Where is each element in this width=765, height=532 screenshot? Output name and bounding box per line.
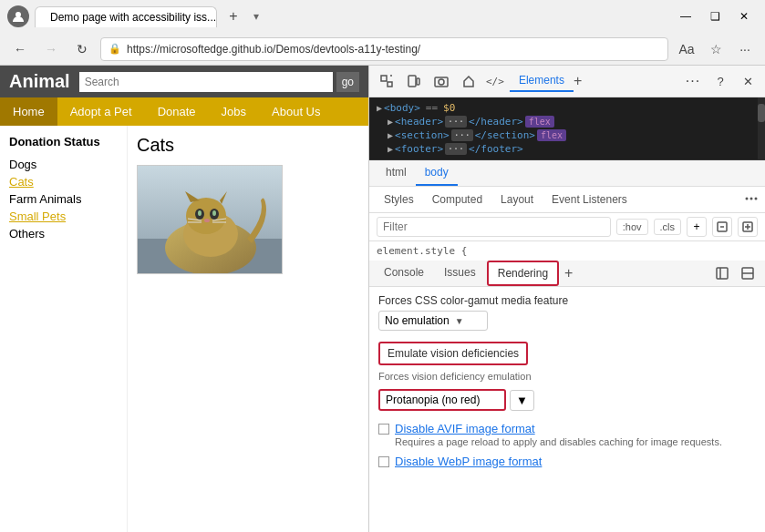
avif-checkbox[interactable] xyxy=(378,424,389,435)
title-bar: Demo page with accessibility iss... ✕ + … xyxy=(0,0,765,33)
dom-header-line: ▶ <header> ··· </header> flex xyxy=(377,115,758,128)
devtools-header: </> Elements + ··· ? ✕ xyxy=(369,66,765,97)
vision-sub-label: Forces vision deficiency emulation xyxy=(378,371,756,382)
back-btn[interactable]: ← xyxy=(7,36,33,62)
devtools-top-tabs: </> Elements + xyxy=(457,69,677,93)
more-tools-btn[interactable]: ··· xyxy=(732,36,758,62)
toggle-style-btn[interactable] xyxy=(712,217,732,237)
svg-rect-17 xyxy=(381,76,387,81)
home-btn[interactable] xyxy=(457,69,481,93)
sidebar-others: Others xyxy=(9,225,118,242)
dom-tree: ▶ <body> == $0 ▶ <header> ··· </header> … xyxy=(369,97,765,160)
dom-expand-footer[interactable]: ▶ xyxy=(388,144,393,154)
tab-html[interactable]: html xyxy=(377,160,416,186)
svg-rect-18 xyxy=(388,82,392,87)
website-panel: Animal go Home Adopt a Pet Donate Jobs A… xyxy=(0,66,369,532)
maximize-btn[interactable]: ❑ xyxy=(701,5,729,27)
subtab-more[interactable] xyxy=(745,192,758,208)
cls-btn[interactable]: .cls xyxy=(654,219,682,235)
vision-label: Emulate vision deficiencies xyxy=(378,342,528,365)
sidebar-farm: Farm Animals xyxy=(9,190,118,208)
minimize-btn[interactable]: — xyxy=(672,5,699,27)
screenshot-btn[interactable] xyxy=(429,69,453,93)
tab-console[interactable]: Console xyxy=(375,261,433,285)
favorites-btn[interactable]: ☆ xyxy=(703,36,729,62)
nav-home[interactable]: Home xyxy=(0,97,57,126)
site-header: Animal go xyxy=(0,66,368,97)
split-btn[interactable] xyxy=(736,261,760,285)
new-tab-btn[interactable]: + xyxy=(221,4,246,29)
dom-expand-header[interactable]: ▶ xyxy=(388,117,393,127)
nav-jobs[interactable]: Jobs xyxy=(209,97,259,126)
color-gamut-row: No emulation ▼ xyxy=(378,311,756,331)
subtab-layout[interactable]: Layout xyxy=(493,190,541,209)
site-main: Cats xyxy=(128,126,368,532)
svg-point-24 xyxy=(746,197,749,200)
url-text: https://microsoftedge.github.io/Demos/de… xyxy=(127,43,660,56)
dom-expand-section[interactable]: ▶ xyxy=(388,130,393,140)
add-style-btn[interactable]: + xyxy=(687,217,707,237)
nav-icons: Aa ☆ ··· xyxy=(674,36,758,62)
vision-dropdown[interactable]: Protanopia (no red) xyxy=(378,389,506,411)
device-btn[interactable] xyxy=(402,69,426,93)
bottom-icons xyxy=(710,261,760,285)
site-nav: Home Adopt a Pet Donate Jobs About Us xyxy=(0,97,368,126)
webp-row: Disable WebP image format xyxy=(378,455,756,468)
color-gamut-value: No emulation xyxy=(385,314,450,327)
refresh-btn[interactable]: ↻ xyxy=(69,36,95,62)
svg-rect-32 xyxy=(717,268,728,279)
dom-expand-body[interactable]: ▶ xyxy=(377,103,382,113)
more-options-btn[interactable]: ··· xyxy=(681,69,705,93)
panel-tabs: html body xyxy=(369,160,765,187)
avif-label[interactable]: Disable AVIF image format xyxy=(395,422,722,435)
lock-icon: 🔒 xyxy=(109,43,121,55)
element-style-line: element.style { xyxy=(369,241,765,261)
new-style-btn[interactable] xyxy=(738,217,758,237)
color-gamut-dropdown[interactable]: No emulation ▼ xyxy=(378,311,488,331)
vision-dropdown-arrow-btn[interactable]: ▼ xyxy=(510,390,534,411)
svg-point-26 xyxy=(755,197,758,200)
filter-input[interactable] xyxy=(377,217,611,237)
add-panel-btn[interactable]: + xyxy=(574,73,582,89)
search-input[interactable] xyxy=(79,72,333,92)
svg-rect-20 xyxy=(408,76,416,87)
nav-donate[interactable]: Donate xyxy=(145,97,209,126)
devtools-close-btn[interactable]: ✕ xyxy=(736,69,760,93)
svg-point-12 xyxy=(204,219,210,222)
close-btn[interactable]: ✕ xyxy=(730,5,758,27)
nav-about[interactable]: About Us xyxy=(259,97,333,126)
help-btn[interactable]: ? xyxy=(708,69,732,93)
color-gamut-label: Forces CSS color-gamut media feature xyxy=(378,294,756,307)
subtab-event-listeners[interactable]: Event Listeners xyxy=(544,190,635,209)
active-tab[interactable]: Demo page with accessibility iss... ✕ xyxy=(35,6,217,27)
avif-label-block: Disable AVIF image format Requires a pag… xyxy=(395,422,722,447)
forward-btn[interactable]: → xyxy=(38,36,64,62)
inspect-btn[interactable] xyxy=(375,69,398,93)
dom-scrollbar-thumb[interactable] xyxy=(758,104,765,122)
tab-dropdown-btn[interactable]: ▾ xyxy=(250,6,263,26)
subtab-styles[interactable]: Styles xyxy=(377,190,421,209)
site-search: go xyxy=(79,72,359,92)
dom-scrollbar-track xyxy=(758,97,765,159)
nav-adopt[interactable]: Adopt a Pet xyxy=(57,97,145,126)
address-bar[interactable]: 🔒 https://microsoftedge.github.io/Demos/… xyxy=(100,37,668,61)
profile-icon[interactable] xyxy=(7,5,29,27)
subtab-computed[interactable]: Computed xyxy=(425,190,490,209)
tab-issues[interactable]: Issues xyxy=(435,261,485,285)
tab-body[interactable]: body xyxy=(416,160,458,186)
sidebar-small-pets[interactable]: Small Pets xyxy=(9,208,118,225)
dom-footer-line: ▶ <footer> ··· </footer> xyxy=(377,142,758,156)
hov-btn[interactable]: :hov xyxy=(616,219,648,235)
cats-title: Cats xyxy=(137,135,359,156)
tab-rendering[interactable]: Rendering xyxy=(487,261,559,286)
sidebar-cats[interactable]: Cats xyxy=(9,173,118,190)
add-tool-btn[interactable]: + xyxy=(564,265,573,281)
tab-elements[interactable]: Elements xyxy=(510,70,574,92)
sidebar-title: Donation Status xyxy=(9,135,118,148)
webp-checkbox[interactable] xyxy=(378,456,389,467)
read-aloud-btn[interactable]: Aa xyxy=(674,36,699,62)
webp-label[interactable]: Disable WebP image format xyxy=(395,455,542,468)
vision-section: Emulate vision deficiencies Forces visio… xyxy=(378,342,756,411)
undock-btn[interactable] xyxy=(710,261,734,285)
search-btn[interactable]: go xyxy=(336,72,359,92)
